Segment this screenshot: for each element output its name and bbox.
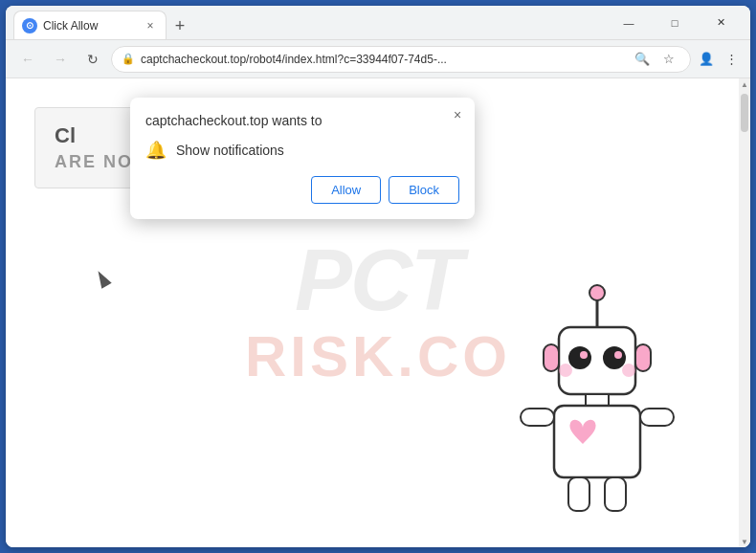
dialog-close-button[interactable]: × (448, 105, 467, 124)
svg-rect-15 (568, 477, 589, 511)
svg-point-3 (568, 346, 591, 369)
notification-label: Show notifications (176, 143, 284, 158)
browser-window: ⊙ Click Allow × + — □ ✕ ← → ↻ 🔒 captchac… (6, 6, 750, 547)
address-icons: 🔍 ☆ (631, 48, 680, 71)
svg-rect-12 (554, 406, 640, 477)
close-button[interactable]: ✕ (699, 10, 743, 36)
svg-rect-11 (586, 394, 609, 406)
scroll-up-arrow[interactable]: ▲ (739, 78, 750, 90)
profile-button[interactable]: 👤 (695, 48, 718, 71)
svg-point-4 (603, 346, 626, 369)
svg-rect-16 (605, 477, 626, 511)
svg-point-7 (559, 364, 572, 377)
tab-title: Click Allow (43, 19, 137, 33)
notification-dialog: × captchacheckout.top wants to 🔔 Show no… (130, 98, 475, 219)
tab-favicon: ⊙ (22, 18, 37, 33)
title-bar: ⊙ Click Allow × + — □ ✕ (6, 6, 750, 40)
forward-button[interactable]: → (46, 45, 75, 74)
svg-rect-13 (521, 409, 554, 426)
new-tab-button[interactable]: + (167, 12, 193, 39)
maximize-button[interactable]: □ (653, 10, 697, 36)
toolbar: ← → ↻ 🔒 captchacheckout.top/robot4/index… (6, 40, 750, 78)
browser-tab[interactable]: ⊙ Click Allow × (13, 11, 167, 39)
tab-bar: ⊙ Click Allow × + (13, 6, 603, 39)
allow-button[interactable]: Allow (311, 176, 381, 204)
scroll-down-arrow[interactable]: ▼ (739, 536, 750, 547)
block-button[interactable]: Block (389, 176, 459, 204)
bell-icon: 🔔 (145, 140, 167, 161)
svg-rect-9 (544, 344, 559, 371)
scrollbar[interactable]: ▲ ▼ (739, 78, 750, 547)
refresh-button[interactable]: ↻ (78, 45, 107, 74)
svg-point-6 (614, 351, 622, 359)
address-bar[interactable]: 🔒 captchacheckout.top/robot4/index.html?… (111, 46, 691, 73)
watermark-risk: RISK.CO (245, 323, 511, 389)
scrollbar-thumb[interactable] (741, 94, 748, 132)
page-content: PCT RISK.CO Cl ARE NOT A ROBOT? (6, 78, 750, 547)
toolbar-right-buttons: 👤 ⋮ (695, 48, 743, 71)
svg-point-8 (622, 364, 635, 377)
minimize-button[interactable]: — (607, 10, 651, 36)
bookmark-button[interactable]: ☆ (657, 48, 680, 71)
svg-rect-14 (640, 409, 674, 426)
dialog-notification-row: 🔔 Show notifications (145, 140, 459, 161)
address-text: captchacheckout.top/robot4/index.html?c=… (141, 53, 625, 66)
lock-icon: 🔒 (122, 53, 135, 65)
watermark-pct: PCT (295, 237, 461, 323)
svg-rect-10 (635, 344, 651, 371)
window-controls: — □ ✕ (607, 10, 743, 36)
tab-close-button[interactable]: × (143, 18, 158, 33)
svg-point-5 (580, 351, 588, 359)
robot-illustration (501, 279, 693, 528)
back-button[interactable]: ← (13, 45, 42, 74)
menu-button[interactable]: ⋮ (720, 48, 743, 71)
dialog-site-text: captchacheckout.top wants to (145, 113, 459, 128)
dialog-buttons: Allow Block (145, 176, 459, 204)
mouse-cursor (93, 268, 111, 289)
svg-point-1 (589, 285, 605, 300)
search-icon-button[interactable]: 🔍 (631, 48, 654, 71)
